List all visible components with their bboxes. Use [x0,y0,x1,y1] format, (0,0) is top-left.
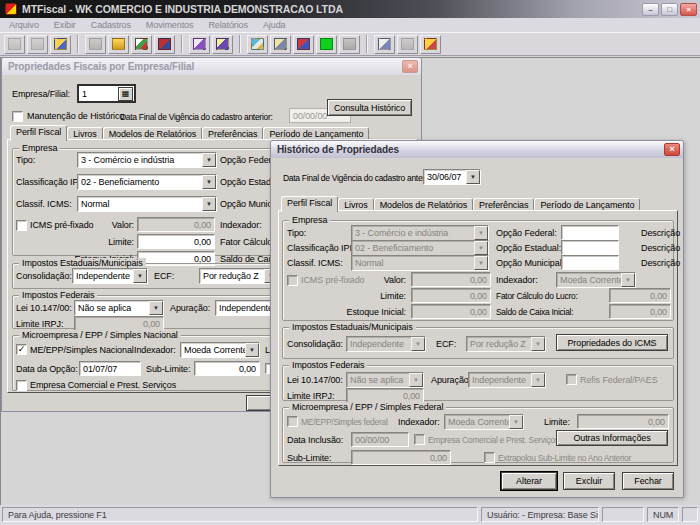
consolidacao-combo[interactable]: Independente▼ [72,268,148,284]
save-icon[interactable] [270,35,291,54]
ecf-label: ECF: [436,339,456,349]
close-icon[interactable]: × [402,60,418,73]
open-icon[interactable] [4,35,25,54]
extrapolou-label: Extrapolou Sub-Limite no Ano Anterior [498,453,631,463]
restore-icon[interactable]: □ [661,3,678,16]
chevron-down-icon[interactable]: ▼ [466,170,480,184]
dart-icon[interactable] [293,35,314,54]
chevron-down-icon[interactable]: ▼ [245,343,259,357]
menu-cadastros[interactable]: Cadastros [91,20,131,30]
microempresa-title: Microempresa / EPP / Simples Nacional [19,330,181,340]
chevron-down-icon: ▼ [531,337,545,351]
sublimite-input[interactable] [194,361,260,376]
chevron-down-icon[interactable]: ▼ [133,269,147,283]
dialog-titlebar[interactable]: Histórico de Propriedades × [271,141,683,158]
services-icon-glyph [343,38,356,50]
chevron-down-icon[interactable]: ▼ [202,153,216,167]
lei-10147-combo: Não se aplica▼ [346,372,424,388]
menu-arquivo[interactable]: Arquivo [9,20,39,30]
empresa-filial-input[interactable] [79,86,117,101]
manutencao-historico-checkbox[interactable] [12,111,23,122]
tipo-combo[interactable]: 3 - Comércio e indústria▼ [77,152,217,168]
consulta-historico-button[interactable]: Consulta Histórico [327,99,412,116]
menu-ajuda[interactable]: Ajuda [263,20,286,30]
ledger-icon[interactable] [154,35,175,54]
print-icon[interactable] [247,35,268,54]
check-entry-icon[interactable] [212,35,233,54]
chevron-down-icon[interactable]: ▼ [149,301,163,315]
folder-icon-glyph [31,38,44,50]
sublimite-label: Sub-Limite: [146,364,190,374]
main-window-title: Propriedades Fiscais por Empresa/Filial [8,61,194,72]
empresa-comercial-label: Empresa Comercial e Prest. Serviços [428,435,559,445]
limite-label: Limite: [89,237,134,247]
opcao-municipal-input[interactable] [561,255,619,270]
empresa-comercial-checkbox[interactable] [16,380,27,391]
person-icon[interactable] [316,35,337,54]
limite-input[interactable] [137,234,215,249]
dialog-data-final-combo[interactable]: 30/06/07▼ [423,169,481,185]
micro-indexador-label: Indexador: [134,345,176,355]
folder-icon[interactable] [27,35,48,54]
apuracao-value: Independente [469,375,531,385]
outras-informacoes-button[interactable]: Outras Informações [556,430,668,446]
data-opcao-input[interactable] [79,361,141,376]
lei-10147-combo[interactable]: Não se aplica▼ [74,300,164,316]
me-epp-simples-label: ME/EPP/Simples Nacional [30,345,134,355]
propriedades-icms-button[interactable]: Propriedades do ICMS [556,334,668,351]
export-icon[interactable] [397,35,418,54]
toolbar-separator [77,35,79,53]
opcao-estadual-input[interactable] [561,240,619,255]
dart-icon-glyph [297,38,310,50]
fator-calculo-input [609,288,671,303]
chevron-down-icon: ▼ [409,373,423,387]
chevron-down-icon[interactable]: ▼ [202,175,216,189]
menu-relatorios[interactable]: Relatórios [208,20,248,30]
empresa-filial-label: Empresa/Filial: [12,89,70,99]
dialog-impostos-estaduais-title: Impostos Estaduais/Municipais [289,322,416,332]
products-book-icon[interactable] [108,35,129,54]
micro-indexador-combo: Moeda Corrente▼ [444,414,524,430]
data-opcao-label: Data da Opção: [16,364,78,374]
micro-limite-input [577,414,669,429]
fechar-button[interactable]: Fechar [622,472,674,490]
tab-perfil-fiscal[interactable]: Perfil Fiscal [10,125,67,141]
micro-indexador-combo[interactable]: Moeda Corrente▼ [180,342,260,358]
services-icon[interactable] [339,35,360,54]
export-icon-glyph [401,38,414,50]
me-epp-simples-checkbox[interactable] [16,344,27,355]
app-titlebar[interactable]: MTFiscal - WK COMERCIO E INDUSTRIA DEMON… [0,0,700,18]
reports-icon[interactable] [374,35,395,54]
manutencao-historico-label: Manutenção de Histórico [27,111,124,121]
chevron-down-icon: ▼ [474,241,488,255]
menu-exibir[interactable]: Exibir [54,20,76,30]
ecf-combo[interactable]: Por redução Z▼ [199,268,279,284]
config-icon[interactable] [420,35,441,54]
refis-label: Refis Federal/PAES [580,375,658,385]
valor-input [411,272,491,287]
impostos-estaduais-title: Impostos Estaduais/Municipais [19,258,146,268]
establishment-icon[interactable] [85,35,106,54]
alterar-button[interactable]: Alterar [501,472,557,490]
micro-limite-label: Limite: [544,417,570,427]
empresa-filial-browse-icon[interactable]: ▦ [118,87,133,101]
close-icon[interactable]: × [664,143,680,156]
icms-prefixado-checkbox[interactable] [16,220,27,231]
toolbar [0,32,700,56]
fiscal-calendar-icon[interactable] [131,35,152,54]
close-icon[interactable]: × [680,3,697,16]
classif-icms-combo[interactable]: Normal▼ [77,196,217,212]
status-help-text: Para Ajuda, pressione F1 [2,507,478,522]
micro-indexador-label: Indexador: [398,417,440,427]
excluir-button[interactable]: Excluir [563,472,615,490]
main-window-titlebar[interactable]: Propriedades Fiscais por Empresa/Filial … [2,58,421,75]
menu-movimentos[interactable]: Movimentos [146,20,194,30]
edit-entry-icon[interactable] [189,35,210,54]
classificacao-ipi-combo[interactable]: 02 - Beneficiamento▼ [77,174,217,190]
minimize-icon[interactable]: – [642,3,659,16]
tab-perfil-fiscal[interactable]: Perfil Fiscal [281,196,338,212]
company-properties-icon[interactable] [50,35,71,54]
opcao-federal-input[interactable] [561,225,619,240]
empresa-group-title: Empresa [19,143,60,153]
chevron-down-icon[interactable]: ▼ [202,197,216,211]
